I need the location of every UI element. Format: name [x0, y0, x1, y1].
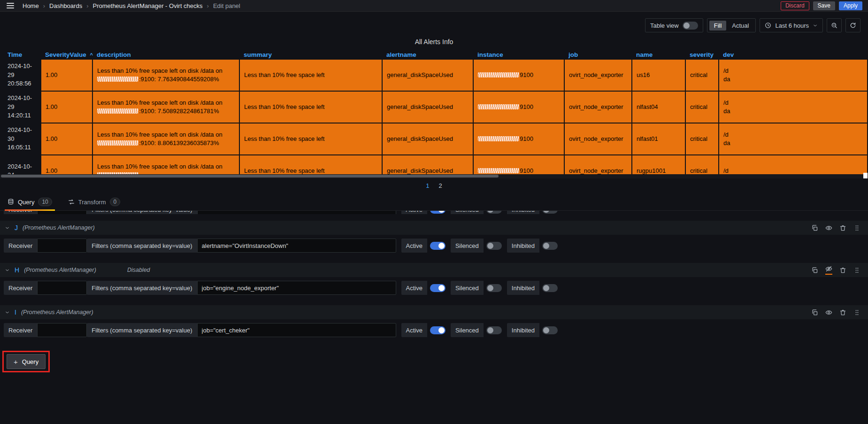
active-toggle[interactable] [430, 242, 446, 250]
chevron-down-icon[interactable] [5, 225, 10, 231]
filters-input[interactable] [197, 323, 396, 337]
drag-handle-icon[interactable] [853, 309, 860, 316]
query-header[interactable]: H (Prometheus AlertManager) Disabled [0, 263, 868, 277]
inhibited-toggle[interactable] [542, 284, 558, 292]
cell-instance: 9100 [474, 123, 565, 155]
filters-input[interactable] [197, 281, 396, 295]
chevron-down-icon[interactable] [5, 268, 10, 273]
active-toggle[interactable] [430, 284, 446, 292]
plus-icon: + [14, 358, 18, 366]
panel-title: All Alerts Info [0, 38, 868, 46]
filters-input[interactable] [197, 239, 396, 253]
pagination: 1 2 [0, 182, 868, 189]
tab-transform[interactable]: Transform 0 [65, 198, 123, 210]
query-ref-id[interactable]: J [15, 224, 18, 231]
silenced-label: Silenced [451, 323, 484, 337]
redacted-text [478, 168, 519, 173]
col-header-summary[interactable]: summary [240, 50, 383, 60]
add-query-container: + Query [7, 354, 46, 369]
duplicate-query-icon[interactable] [811, 309, 818, 316]
actual-option[interactable]: Actual [727, 21, 753, 31]
col-header-alertname[interactable]: alertname [383, 50, 474, 60]
time-range-picker[interactable]: Last 6 hours [760, 18, 823, 32]
vertical-scrollbar-thumb[interactable] [863, 173, 868, 178]
col-header-severity[interactable]: severity [686, 50, 719, 60]
eye-icon[interactable] [825, 224, 832, 231]
cell-description: Less than 10% free space left on disk /d… [93, 123, 240, 155]
table-view-toggle[interactable] [683, 22, 698, 30]
discard-button[interactable]: Discard [781, 1, 809, 10]
inhibited-toggle[interactable] [542, 326, 558, 334]
add-query-button[interactable]: + Query [7, 354, 46, 369]
col-header-time[interactable]: Time [0, 50, 41, 60]
fill-actual-group: Fill Actual [707, 18, 756, 32]
transform-icon [68, 199, 75, 205]
col-header-dev[interactable]: dev [719, 50, 868, 60]
table-body: 2024-10-29 20:58:56 1.00 Less than 10% f… [0, 60, 868, 174]
silenced-toggle[interactable] [486, 284, 502, 292]
chevron-down-icon[interactable] [5, 310, 10, 315]
table-row: 2024-10-30 16:05:11 1.00 Less than 10% f… [0, 123, 868, 155]
horizontal-scrollbar[interactable] [0, 174, 868, 178]
trash-icon[interactable] [839, 224, 846, 231]
redacted-text [478, 136, 519, 141]
active-toggle[interactable] [430, 326, 446, 334]
duplicate-query-icon[interactable] [811, 267, 818, 274]
eye-off-icon[interactable] [825, 265, 832, 275]
query-ref-id[interactable]: I [15, 308, 16, 316]
datasource-label: (Prometheus AlertManager) [24, 267, 96, 273]
silenced-toggle[interactable] [486, 242, 502, 250]
refresh-button[interactable] [845, 18, 860, 32]
breadcrumb-dashboard-name[interactable]: Prometheus AlertManager - Ovirt checks [92, 2, 202, 9]
col-header-name[interactable]: name [632, 50, 686, 60]
receiver-input[interactable] [37, 211, 87, 214]
duplicate-query-icon[interactable] [811, 224, 818, 231]
tab-query[interactable]: Query 10 [5, 198, 55, 210]
receiver-input[interactable] [37, 323, 87, 337]
trash-icon[interactable] [839, 309, 846, 316]
col-header-description[interactable]: description [93, 50, 240, 60]
query-actions [811, 224, 860, 231]
table-row: 2024-10-29 20:58:56 1.00 Less than 10% f… [0, 60, 868, 92]
redacted-text [97, 108, 138, 114]
drag-handle-icon[interactable] [853, 267, 860, 274]
breadcrumb-separator-icon: › [86, 2, 88, 9]
apply-button[interactable]: Apply [839, 1, 862, 10]
table-view-label: Table view [650, 22, 679, 29]
query-ref-id[interactable]: H [15, 266, 19, 274]
silenced-toggle[interactable] [486, 326, 502, 334]
filters-input[interactable] [197, 211, 396, 214]
page-2[interactable]: 2 [439, 182, 442, 189]
inhibited-toggle[interactable] [542, 242, 558, 250]
silenced-label: Silenced [451, 281, 484, 295]
col-header-severityvalue[interactable]: SeverityValue ^ [41, 50, 93, 60]
cell-dev: /d da [719, 123, 868, 155]
drag-handle-icon[interactable] [853, 224, 860, 231]
breadcrumb: Home › Dashboards › Prometheus AlertMana… [23, 2, 240, 9]
query-header[interactable]: I (Prometheus AlertManager) [0, 305, 868, 319]
trash-icon[interactable] [839, 267, 846, 274]
fill-option[interactable]: Fill [709, 21, 727, 31]
cell-name: us16 [632, 60, 686, 92]
receiver-input[interactable] [37, 281, 87, 295]
transform-count-badge: 0 [110, 198, 121, 206]
col-header-instance[interactable]: instance [474, 50, 565, 60]
query-header[interactable]: J (Prometheus AlertManager) [0, 221, 868, 235]
receiver-label: Receiver [4, 281, 37, 295]
query-actions [811, 309, 860, 316]
save-button[interactable]: Save [813, 1, 835, 10]
eye-icon[interactable] [825, 309, 832, 316]
cell-summary: Less than 10% free space left [240, 123, 383, 155]
receiver-input[interactable] [37, 239, 87, 253]
breadcrumb-home[interactable]: Home [23, 2, 39, 9]
col-header-job[interactable]: job [565, 50, 632, 60]
breadcrumb-dashboards[interactable]: Dashboards [49, 2, 82, 9]
page-1[interactable]: 1 [426, 182, 429, 189]
menu-icon[interactable] [7, 3, 14, 8]
clock-icon [765, 22, 771, 29]
zoom-out-button[interactable] [827, 18, 842, 32]
horizontal-scrollbar-thumb[interactable] [1, 175, 499, 177]
cell-job: ovirt_node_exporter [565, 92, 632, 123]
cell-severity: critical [686, 60, 719, 92]
datasource-label: (Prometheus AlertManager) [23, 224, 95, 231]
